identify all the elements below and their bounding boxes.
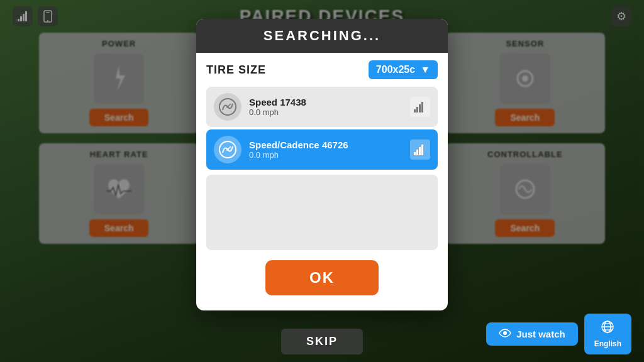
device-name-speed-17438: Speed 17438 [249,97,402,107]
device-ant-icon-46726 [410,140,430,160]
svg-rect-13 [414,109,416,112]
tire-size-label: TIRE SIZE [206,63,266,77]
device-item-speed-cadence-46726[interactable]: Speed/Cadence 46726 0.0 mph [206,129,438,170]
svg-rect-22 [419,147,421,155]
device-cadence-icon [214,136,242,163]
language-button[interactable]: English [584,314,631,354]
tire-size-row: TIRE SIZE 700x25c ▼ [196,53,448,87]
searching-modal: SEARCHING... TIRE SIZE 700x25c ▼ [196,19,448,310]
svg-line-19 [228,146,231,150]
device-list: Speed 17438 0.0 mph [196,87,448,250]
language-label: English [594,339,621,348]
svg-rect-20 [414,152,416,155]
just-watch-button[interactable]: Just watch [486,322,578,346]
ok-button[interactable]: OK [265,260,379,295]
svg-rect-21 [416,150,418,155]
device-item-speed-17438[interactable]: Speed 17438 0.0 mph [206,87,438,127]
svg-line-12 [228,104,231,107]
just-watch-label: Just watch [516,329,565,339]
svg-rect-16 [421,102,423,112]
modal-overlay: SEARCHING... TIRE SIZE 700x25c ▼ [0,0,644,362]
device-info-speed-17438: Speed 17438 0.0 mph [249,97,402,117]
modal-header: SEARCHING... [196,19,448,53]
device-speed-icon [214,93,242,121]
bottom-bar: Just watch English [0,314,644,354]
device-name-speed-cadence-46726: Speed/Cadence 46726 [249,140,402,150]
eye-icon [499,329,511,339]
svg-rect-15 [419,104,421,112]
svg-rect-23 [421,145,423,155]
device-ant-icon-17438 [410,97,430,117]
device-info-speed-cadence-46726: Speed/Cadence 46726 0.0 mph [249,140,402,160]
device-list-empty-area [206,175,438,250]
tire-size-chevron-icon: ▼ [420,64,430,75]
tire-size-value: 700x25c [376,64,415,75]
svg-rect-14 [416,107,418,112]
globe-icon [601,320,614,336]
modal-title: SEARCHING... [264,28,380,43]
tire-size-select[interactable]: 700x25c ▼ [369,60,438,79]
svg-point-24 [503,331,507,335]
device-speed-value-17438: 0.0 mph [249,107,402,117]
device-speed-value-cadence-46726: 0.0 mph [249,150,402,160]
